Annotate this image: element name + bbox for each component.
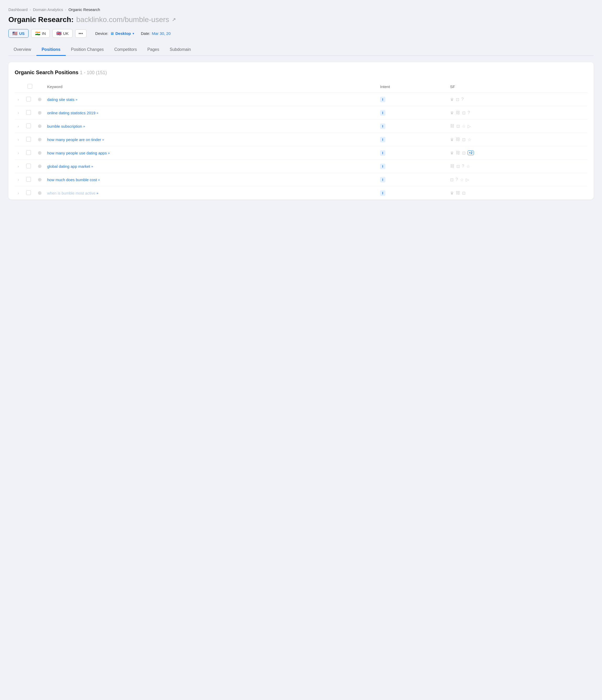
row-checkbox[interactable]: [26, 190, 31, 195]
keyword-chevrons-icon: »: [102, 138, 104, 142]
add-circle-icon[interactable]: ⊕: [38, 177, 42, 182]
keyword-cell: how many people use dating apps »: [45, 146, 378, 160]
add-cell[interactable]: ⊕: [36, 186, 45, 200]
checkbox-cell[interactable]: [24, 173, 36, 186]
keyword-link[interactable]: when is bumble most active »: [47, 191, 376, 195]
row-checkbox[interactable]: [26, 150, 31, 155]
row-checkbox[interactable]: [26, 164, 31, 168]
card-title-text: Organic Search Positions: [15, 70, 78, 75]
country-btn-uk[interactable]: 🇬🇧 UK: [52, 29, 73, 38]
add-circle-icon[interactable]: ⊕: [38, 97, 42, 102]
add-cell[interactable]: ⊕: [36, 173, 45, 186]
country-label-us: US: [19, 31, 25, 36]
expand-cell: ›: [15, 120, 24, 133]
date-label: Date:: [141, 31, 150, 36]
checkbox-cell[interactable]: [24, 146, 36, 160]
sf-icon-question: ?: [468, 110, 470, 115]
row-checkbox[interactable]: [26, 110, 31, 115]
country-btn-in[interactable]: 🇮🇳 IN: [31, 29, 50, 38]
tab-overview[interactable]: Overview: [8, 44, 36, 56]
tab-positions[interactable]: Positions: [36, 44, 66, 56]
add-cell[interactable]: ⊕: [36, 93, 45, 106]
select-all-checkbox[interactable]: [27, 84, 32, 89]
device-chevron-icon: ▾: [133, 32, 134, 35]
tab-position-changes[interactable]: Position Changes: [66, 44, 109, 56]
row-checkbox[interactable]: [26, 124, 31, 128]
date-control: Date: Mar 30, 20: [141, 31, 171, 36]
sf-icon-crown: ♛: [450, 97, 454, 102]
sf-icon-link: ⛓: [450, 164, 454, 169]
add-cell[interactable]: ⊕: [36, 133, 45, 146]
breadcrumb-sep-2: ›: [65, 8, 66, 11]
sf-icon-link: ⛓: [456, 150, 460, 155]
sf-icon-link: ⛓: [456, 137, 460, 142]
add-circle-icon[interactable]: ⊕: [38, 124, 42, 129]
add-cell[interactable]: ⊕: [36, 120, 45, 133]
tab-subdomain[interactable]: Subdomain: [164, 44, 196, 56]
intent-cell: I: [378, 93, 448, 106]
checkbox-cell[interactable]: [24, 133, 36, 146]
sf-cell: ♛⛓⊡+2: [448, 146, 587, 160]
checkbox-cell[interactable]: [24, 186, 36, 200]
expand-button[interactable]: ›: [17, 97, 20, 102]
sf-icon-play: ▷: [466, 177, 469, 182]
add-circle-icon[interactable]: ⊕: [38, 190, 42, 196]
row-checkbox[interactable]: [26, 97, 31, 101]
row-checkbox[interactable]: [26, 137, 31, 142]
keyword-chevrons-icon: »: [97, 191, 98, 195]
add-cell[interactable]: ⊕: [36, 146, 45, 160]
date-value[interactable]: Mar 30, 20: [152, 31, 171, 36]
breadcrumb-item-dashboard[interactable]: Dashboard: [8, 7, 27, 12]
flag-us: 🇺🇸: [12, 31, 18, 36]
keyword-link[interactable]: how many people are on tinder »: [47, 138, 376, 142]
add-circle-icon[interactable]: ⊕: [38, 150, 42, 155]
sf-icon-star: ☆: [468, 137, 471, 142]
card-title-range: 1 - 100 (151): [80, 70, 107, 75]
expand-button[interactable]: ›: [17, 110, 20, 115]
keyword-link[interactable]: how much does bumble cost »: [47, 177, 376, 182]
checkbox-cell[interactable]: [24, 106, 36, 120]
add-cell[interactable]: ⊕: [36, 160, 45, 173]
keyword-link[interactable]: global dating app market »: [47, 164, 376, 169]
add-cell[interactable]: ⊕: [36, 106, 45, 120]
country-btn-us[interactable]: 🇺🇸 US: [8, 29, 29, 38]
sf-icon-crown: ♛: [450, 137, 454, 142]
checkbox-cell[interactable]: [24, 160, 36, 173]
expand-button[interactable]: ›: [17, 177, 20, 182]
row-checkbox[interactable]: [26, 177, 31, 182]
keyword-link[interactable]: how many people use dating apps »: [47, 151, 376, 155]
add-circle-icon[interactable]: ⊕: [38, 137, 42, 142]
tab-pages[interactable]: Pages: [142, 44, 164, 56]
country-label-in: IN: [42, 31, 46, 36]
page-wrapper: Dashboard › Domain Analytics › Organic R…: [0, 0, 602, 700]
keyword-text: global dating app market: [47, 164, 90, 169]
col-expand: [15, 81, 24, 93]
controls-row: 🇺🇸 US 🇮🇳 IN 🇬🇧 UK ••• Device: 🖥 Desktop …: [8, 29, 594, 38]
device-value[interactable]: Desktop: [115, 31, 131, 36]
keyword-link[interactable]: online dating statistics 2019 »: [47, 110, 376, 115]
expand-button[interactable]: ›: [17, 137, 20, 142]
more-countries-button[interactable]: •••: [75, 29, 86, 38]
checkbox-cell[interactable]: [24, 120, 36, 133]
col-checkbox-header[interactable]: [24, 81, 36, 93]
expand-button[interactable]: ›: [17, 164, 20, 169]
keyword-link[interactable]: bumble subscription »: [47, 124, 376, 128]
keyword-chevrons-icon: »: [108, 151, 110, 155]
add-circle-icon[interactable]: ⊕: [38, 164, 42, 169]
tab-competitors[interactable]: Competitors: [109, 44, 142, 56]
sf-icon-question: ?: [461, 97, 464, 102]
sf-cell: ⛓⊡☆▷: [448, 120, 587, 133]
keyword-text: how many people are on tinder: [47, 138, 101, 142]
expand-button[interactable]: ›: [17, 150, 20, 155]
add-circle-icon[interactable]: ⊕: [38, 110, 42, 115]
keyword-link[interactable]: dating site stats »: [47, 97, 376, 102]
flag-in: 🇮🇳: [35, 31, 40, 36]
expand-button[interactable]: ›: [17, 124, 20, 129]
keyword-cell: when is bumble most active »: [45, 186, 378, 200]
sf-icons-container: ⛓⊡☆▷: [450, 124, 585, 129]
breadcrumb-item-domain-analytics[interactable]: Domain Analytics: [33, 7, 63, 12]
external-link-icon[interactable]: ↗: [172, 17, 176, 23]
expand-button[interactable]: ›: [17, 191, 20, 196]
checkbox-cell[interactable]: [24, 93, 36, 106]
keyword-chevrons-icon: »: [98, 178, 100, 182]
